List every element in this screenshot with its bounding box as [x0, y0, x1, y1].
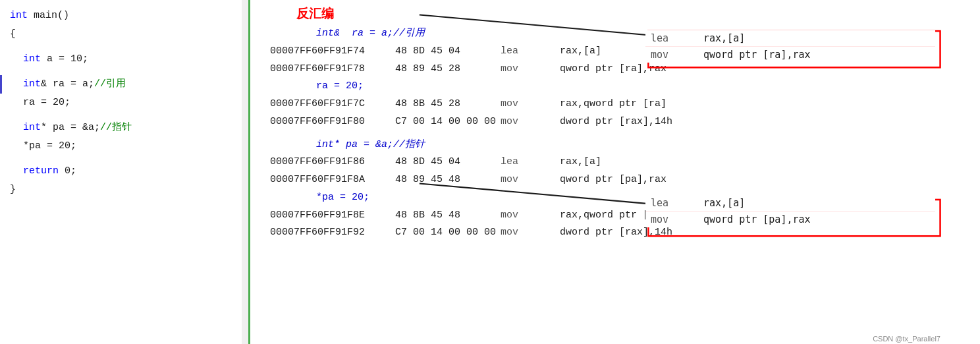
asm-line-1f8e: 00007FF60FF91F8E 48 8B 45 48 mov rax,qwo… [263, 207, 967, 225]
asm-line-1f7c: 00007FF60FF91F7C 48 8B 45 28 mov rax,qwo… [263, 96, 967, 113]
source-code-panel: int main() { int a = 10; int & ra = a; /… [0, 0, 250, 344]
code-line-brace-close: } [0, 181, 248, 199]
watermark: CSDN @tx_Parallel7 [873, 335, 940, 343]
asm-line-1f74: 00007FF60FF91F74 48 8D 45 04 lea rax,[a] [263, 43, 967, 61]
asm-line-1f80: 00007FF60FF91F80 C7 00 14 00 00 00 mov d… [263, 113, 967, 131]
code-line-pa20: *pa = 20; [0, 137, 248, 156]
code-line-return: return 0; [0, 162, 248, 181]
asm-line-1f8a: 00007FF60FF91F8A 48 89 45 48 mov qword p… [263, 171, 967, 189]
asm-line-1f78: 00007FF60FF91F78 48 89 45 28 mov qword p… [263, 61, 967, 78]
keyword-int: int [10, 8, 28, 24]
code-line-1: int main() [0, 7, 248, 25]
code-line-int-a: int a = 10; [0, 50, 248, 69]
code-line-ptr: int * pa = &a; //指针 [0, 119, 248, 137]
asm-line-1f92: 00007FF60FF91F92 C7 00 14 00 00 00 mov d… [263, 224, 967, 242]
disassembly-panel: 反汇编 int& ra = a;//引用 00007FF60FF91F74 48… [250, 0, 980, 344]
asm-comment-ptr: int* pa = &a;//指针 [263, 136, 967, 154]
disassembly-title: 反汇编 [263, 5, 967, 22]
asm-comment-ref: int& ra = a;//引用 [263, 25, 967, 43]
asm-line-1f86: 00007FF60FF91F86 48 8D 45 04 lea rax,[a] [263, 154, 967, 171]
asm-comment-pa20: *pa = 20; [263, 189, 967, 207]
code-line-ra20: ra = 20; [0, 94, 248, 112]
asm-comment-ra20: ra = 20; [263, 78, 967, 96]
code-line-brace-open: { [0, 25, 248, 43]
code-line-ref: int & ra = a; //引用 [0, 75, 248, 94]
